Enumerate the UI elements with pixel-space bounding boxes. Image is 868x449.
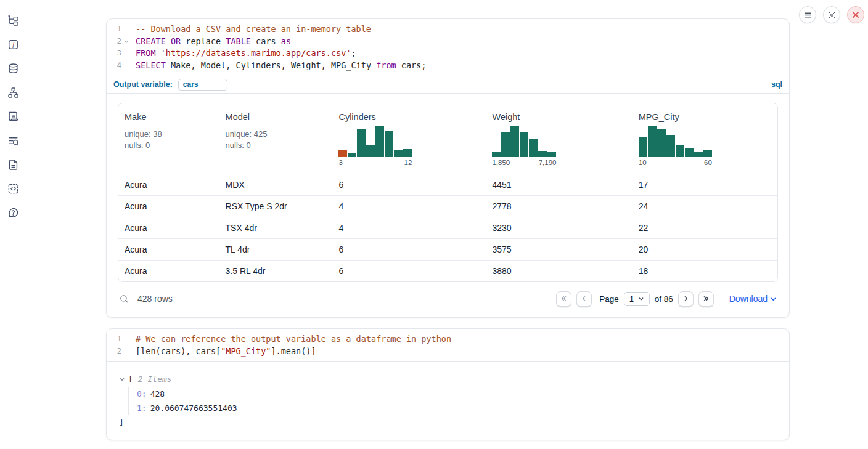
histogram-bar[interactable]: [385, 131, 393, 157]
column-header-weight[interactable]: Weight 1,850 7,190: [486, 103, 632, 174]
dependency-graph-icon[interactable]: [5, 84, 21, 100]
histogram-bar[interactable]: [666, 135, 675, 157]
tree-open-bracket: [: [128, 373, 133, 386]
histogram-bar[interactable]: [492, 152, 501, 157]
sql-code-editor[interactable]: 1-- Download a CSV and create an in-memo…: [107, 19, 789, 76]
table-row[interactable]: Acura MDX 6 4451 17: [118, 174, 777, 195]
shutdown-button[interactable]: [847, 6, 864, 23]
column-header-model[interactable]: Model unique: 425 nulls: 0: [219, 103, 333, 174]
histogram-bar[interactable]: [366, 145, 375, 157]
logs-icon[interactable]: [5, 108, 21, 124]
tree-entry[interactable]: 0:428: [137, 387, 777, 401]
histogram-bar[interactable]: [501, 132, 510, 157]
documentation-icon[interactable]: [5, 156, 21, 172]
histogram-bar[interactable]: [676, 145, 684, 157]
code-token: from: [376, 60, 396, 70]
table-footer: 428 rows Page 1 of 86: [118, 291, 778, 307]
cell-make: Acura: [118, 260, 219, 281]
column-header-make[interactable]: Make unique: 38 nulls: 0: [118, 103, 219, 174]
chat-help-icon[interactable]: [5, 204, 21, 220]
last-page-button[interactable]: [698, 291, 714, 307]
histogram-axis-labels: 3 12: [338, 159, 412, 166]
code-line[interactable]: 2[len(cars), cars["MPG_City"].mean()]: [107, 346, 789, 358]
table-row[interactable]: Acura TSX 4dr 4 3230 22: [118, 217, 777, 238]
histogram-bar[interactable]: [348, 153, 356, 157]
histogram-bar[interactable]: [703, 150, 712, 157]
histogram-bar[interactable]: [338, 150, 347, 157]
histogram-bar[interactable]: [694, 152, 703, 157]
output-variable-input[interactable]: [178, 79, 227, 91]
tree-body: 0:428 1:20.060747663551403: [128, 387, 777, 415]
page-select[interactable]: 1: [624, 292, 650, 306]
histogram-bar[interactable]: [639, 137, 647, 157]
chevron-down-icon: [119, 376, 125, 382]
code-text: FROM 'https://datasets.marimo.app/cars.c…: [131, 47, 356, 60]
tree-collapse-toggle[interactable]: [119, 376, 125, 382]
column-header-cylinders[interactable]: Cylinders 3 12: [332, 103, 486, 174]
histogram-bar[interactable]: [547, 152, 556, 157]
close-icon: [852, 11, 859, 18]
code-text: CREATE OR replace TABLE cars as: [131, 36, 291, 48]
histogram-bar[interactable]: [657, 129, 666, 157]
file-explorer-icon[interactable]: [5, 12, 21, 28]
code-line[interactable]: 1-- Download a CSV and create an in-memo…: [107, 23, 789, 36]
notebook-actions: [799, 6, 864, 23]
code-token: cars;: [396, 60, 427, 70]
tracebacks-search-icon[interactable]: [5, 132, 21, 148]
cell-model: MDX: [219, 174, 333, 195]
row-count: 428 rows: [137, 294, 173, 304]
column-header-mpg-city[interactable]: MPG_City 10 60: [633, 103, 777, 174]
code-line[interactable]: 2CREATE OR replace TABLE cars as: [107, 36, 789, 48]
cell-weight: 2778: [486, 195, 632, 217]
first-page-button[interactable]: [556, 291, 571, 307]
table-row[interactable]: Acura TL 4dr 6 3575 20: [118, 238, 777, 260]
histogram-bar[interactable]: [648, 126, 657, 157]
code-token: [166, 36, 171, 46]
cell-cylinders: 6: [332, 174, 486, 195]
code-token: CREATE: [136, 36, 166, 46]
fold-gutter: [121, 49, 131, 61]
cell-cylinders: 6: [332, 238, 486, 260]
histogram-bar[interactable]: [529, 139, 538, 157]
code-line[interactable]: 1# We can reference the output variable …: [107, 333, 789, 346]
cell-cylinders: 4: [332, 195, 486, 217]
code-line[interactable]: 3FROM 'https://datasets.marimo.app/cars.…: [107, 47, 789, 60]
settings-button[interactable]: [823, 6, 840, 23]
previous-page-button[interactable]: [576, 291, 592, 307]
column-title: Cylinders: [338, 112, 481, 122]
code-line[interactable]: 4SELECT Make, Model, Cylinders, Weight, …: [107, 60, 789, 72]
datasources-icon[interactable]: [5, 60, 21, 76]
histogram-bar[interactable]: [375, 126, 384, 157]
tree-entry[interactable]: 1:20.060747663551403: [137, 401, 777, 415]
cell-cylinders: 4: [332, 217, 486, 238]
cylinders-histogram[interactable]: 3 12: [338, 125, 412, 166]
next-page-button[interactable]: [678, 291, 694, 307]
table-row[interactable]: Acura 3.5 RL 4dr 6 3880 18: [118, 260, 777, 281]
unique-count: unique: 425: [226, 129, 328, 140]
snippets-icon[interactable]: [5, 180, 21, 196]
histogram-bar[interactable]: [510, 126, 519, 157]
fold-chevron-icon[interactable]: [121, 37, 131, 49]
chevron-right-icon: [682, 295, 689, 302]
output-variable-row: Output variable: sql: [107, 76, 789, 93]
histogram-bar[interactable]: [685, 148, 694, 157]
python-code-editor[interactable]: 1# We can reference the output variable …: [107, 329, 789, 361]
variables-icon[interactable]: f: [5, 36, 21, 52]
weight-histogram[interactable]: 1,850 7,190: [492, 125, 556, 166]
code-token: OR: [171, 36, 181, 46]
download-button[interactable]: Download: [729, 294, 777, 304]
table-search-button[interactable]: [119, 294, 129, 304]
histogram-bar[interactable]: [357, 129, 366, 157]
histogram-bar[interactable]: [520, 132, 528, 157]
code-token: [len(cars), cars[: [136, 346, 221, 356]
histogram-axis-labels: 10 60: [639, 159, 712, 166]
download-label: Download: [729, 294, 768, 304]
histogram-bar[interactable]: [394, 150, 403, 157]
table-row[interactable]: Acura RSX Type S 2dr 4 2778 24: [118, 195, 777, 217]
menu-button[interactable]: [799, 6, 816, 23]
cell-make: Acura: [118, 174, 219, 195]
mpg-city-histogram[interactable]: 10 60: [639, 125, 712, 166]
cell-model: TL 4dr: [219, 238, 333, 260]
histogram-bar[interactable]: [403, 149, 412, 157]
histogram-bar[interactable]: [538, 151, 547, 157]
